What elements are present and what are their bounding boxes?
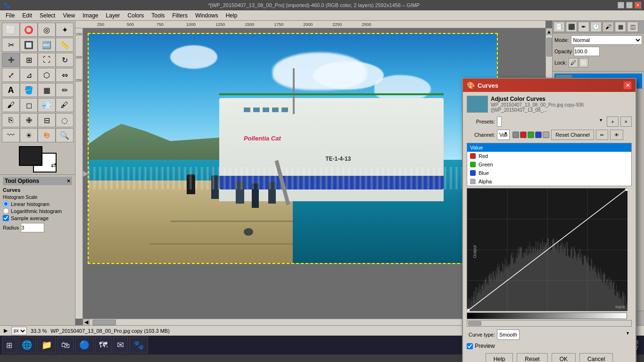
tool-ink[interactable]: 🖋 bbox=[56, 98, 74, 112]
log-radio[interactable] bbox=[3, 208, 9, 214]
reset-channel-btn[interactable]: Reset Channel bbox=[551, 130, 594, 140]
add-preset-btn[interactable]: + bbox=[607, 116, 618, 127]
tool-free-select[interactable]: ◎ bbox=[38, 23, 56, 37]
tool-bucket-fill[interactable]: 🪣 bbox=[20, 83, 38, 97]
patterns-icon[interactable]: ▦ bbox=[615, 22, 626, 32]
presets-select[interactable] bbox=[497, 116, 502, 127]
brushes-icon[interactable]: 🖌 bbox=[603, 22, 614, 32]
linear-radio[interactable] bbox=[3, 201, 9, 207]
channel-blue-item[interactable]: Blue bbox=[467, 169, 631, 177]
menu-image[interactable]: Image bbox=[79, 11, 102, 20]
tool-foreground-select[interactable]: 🔲 bbox=[20, 38, 38, 52]
radius-input[interactable] bbox=[21, 223, 44, 232]
lock-pixels-btn[interactable]: 🖊 bbox=[569, 58, 578, 67]
reset-button[interactable]: Reset bbox=[517, 353, 547, 362]
tool-options-close[interactable]: × bbox=[67, 178, 70, 184]
tool-eraser[interactable]: ◻ bbox=[20, 98, 38, 112]
channel-select[interactable]: Value Red Green Blue Alpha bbox=[497, 130, 510, 140]
cancel-button[interactable]: Cancel bbox=[579, 353, 613, 362]
menu-select[interactable]: Select bbox=[36, 11, 59, 20]
taskbar-ie[interactable]: 🌐 bbox=[17, 337, 36, 354]
vertical-scroll-thumb[interactable] bbox=[546, 38, 552, 57]
menu-edit[interactable]: Edit bbox=[18, 11, 36, 20]
menu-colors[interactable]: Colors bbox=[124, 11, 148, 20]
start-button[interactable]: ⊞ bbox=[2, 337, 17, 354]
paths-icon[interactable]: ✒ bbox=[578, 22, 589, 32]
taskbar-gimp[interactable]: 🐾 bbox=[129, 337, 148, 354]
curves-scroll-thumb[interactable] bbox=[468, 321, 481, 326]
remove-preset-btn[interactable]: × bbox=[620, 116, 632, 127]
minimize-btn[interactable]: ─ bbox=[618, 2, 624, 8]
tool-shear[interactable]: ⊿ bbox=[20, 68, 38, 82]
taskbar-map[interactable]: 🗺 bbox=[95, 337, 112, 354]
menu-view[interactable]: View bbox=[59, 11, 79, 20]
tool-move[interactable]: ✛ bbox=[2, 53, 20, 67]
menu-filters[interactable]: Filters bbox=[168, 11, 191, 20]
layers-icon[interactable]: 📑 bbox=[553, 22, 565, 32]
tool-path[interactable]: 🔤 bbox=[38, 38, 56, 52]
tool-blend[interactable]: ▦ bbox=[38, 83, 56, 97]
tool-perspective[interactable]: ⬡ bbox=[38, 68, 56, 82]
channel-green-item[interactable]: Green bbox=[467, 160, 631, 169]
tool-flip[interactable]: ⇔ bbox=[56, 68, 74, 82]
tool-heal[interactable]: ✙ bbox=[20, 113, 38, 127]
tool-measure[interactable]: 📏 bbox=[56, 38, 74, 52]
gradients-icon[interactable]: ◫ bbox=[627, 22, 638, 32]
tool-pencil[interactable]: ✏ bbox=[56, 83, 74, 97]
history-icon[interactable]: 🕐 bbox=[590, 22, 602, 32]
help-button[interactable]: Help bbox=[486, 353, 513, 362]
sample-average-checkbox[interactable] bbox=[3, 215, 9, 221]
fg-color-swatch[interactable] bbox=[19, 146, 42, 166]
curves-canvas[interactable] bbox=[467, 189, 627, 311]
tool-zoom[interactable]: 🔍 bbox=[56, 128, 74, 142]
maximize-btn[interactable]: □ bbox=[626, 2, 633, 8]
curves-graph[interactable]: Input Output bbox=[467, 188, 627, 311]
tool-clone[interactable]: ⎘ bbox=[2, 113, 20, 127]
opacity-input[interactable] bbox=[574, 47, 600, 56]
horizontal-scroll-thumb[interactable] bbox=[92, 320, 116, 325]
channel-red-item[interactable]: Red bbox=[467, 152, 631, 160]
tool-scissors[interactable]: ✂ bbox=[2, 38, 20, 52]
scroll-left-btn[interactable]: ◀ bbox=[83, 319, 90, 325]
menu-windows[interactable]: Windows bbox=[191, 11, 222, 20]
tool-blur-sharpen[interactable]: ◌ bbox=[56, 113, 74, 127]
taskbar-explorer[interactable]: 📁 bbox=[37, 337, 56, 354]
tool-ellipse-select[interactable]: ⭕ bbox=[20, 23, 38, 37]
swap-colors-icon[interactable]: ⇄ bbox=[51, 161, 57, 169]
menu-layer[interactable]: Layer bbox=[102, 11, 124, 20]
tool-align[interactable]: ⊞ bbox=[20, 53, 38, 67]
preview-checkbox[interactable] bbox=[467, 343, 473, 349]
tool-crop[interactable]: ⛶ bbox=[38, 53, 56, 67]
tool-rect-select[interactable]: ⬜ bbox=[2, 23, 20, 37]
channel-alpha-item[interactable]: Alpha bbox=[467, 177, 631, 186]
tool-smudge[interactable]: 〰 bbox=[2, 128, 20, 142]
channel-value-item[interactable]: Value bbox=[467, 143, 631, 152]
taskbar-email[interactable]: ✉ bbox=[113, 337, 128, 354]
taskbar-chrome[interactable]: 🔵 bbox=[75, 337, 94, 354]
tool-dodge-burn[interactable]: ☀ bbox=[20, 128, 38, 142]
tool-color-picker[interactable]: 🎨 bbox=[38, 128, 56, 142]
tool-paintbrush[interactable]: 🖌 bbox=[2, 98, 20, 112]
menu-file[interactable]: File bbox=[2, 11, 18, 20]
menu-help[interactable]: Help bbox=[222, 11, 241, 20]
lock-alpha-btn[interactable]: ⬜ bbox=[579, 58, 588, 67]
scroll-up-btn[interactable]: ▲ bbox=[546, 28, 552, 35]
curves-scroll[interactable] bbox=[467, 320, 632, 327]
tool-perspective-clone[interactable]: ⊟ bbox=[38, 113, 56, 127]
ok-button[interactable]: OK bbox=[552, 353, 576, 362]
taskbar-store[interactable]: 🛍 bbox=[57, 337, 74, 354]
tool-rotate[interactable]: ↻ bbox=[56, 53, 74, 67]
curves-dialog-close[interactable]: ✕ bbox=[623, 81, 632, 90]
unit-select[interactable]: px bbox=[11, 327, 27, 335]
mode-select[interactable]: Normal bbox=[571, 35, 642, 45]
tool-text[interactable]: A bbox=[2, 83, 20, 97]
tool-fuzzy-select[interactable]: ✦ bbox=[56, 23, 74, 37]
menu-tools[interactable]: Tools bbox=[148, 11, 168, 20]
tool-scale[interactable]: ⤢ bbox=[2, 68, 20, 82]
channels-icon[interactable]: ⬛ bbox=[566, 22, 577, 32]
close-btn[interactable]: ✕ bbox=[635, 2, 641, 8]
curve-edit-btn[interactable]: ✏ bbox=[596, 130, 608, 140]
curve-view-btn[interactable]: 👁 bbox=[610, 130, 623, 140]
tool-airbrush[interactable]: 💨 bbox=[38, 98, 56, 112]
curve-type-select[interactable]: Smooth Linear bbox=[497, 329, 520, 340]
